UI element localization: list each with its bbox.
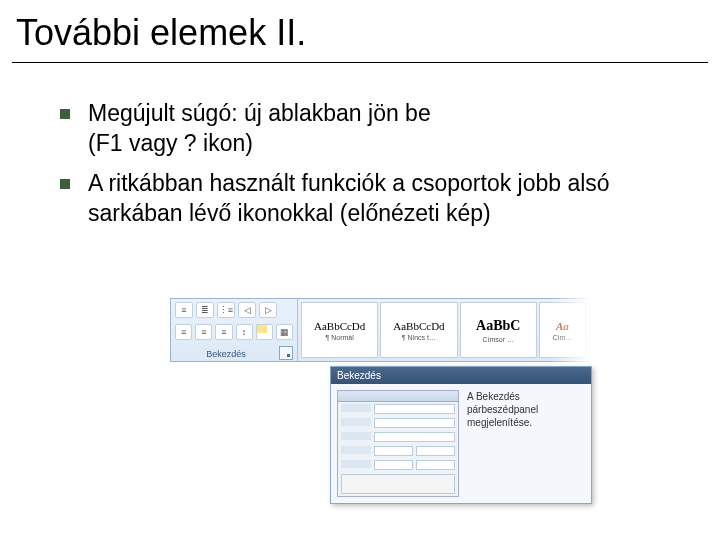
ribbon: ≡ ≣ ⋮≡ ◁ ▷ ≡ ≡ ≡ ↕ ▦ Bekezdés	[170, 298, 590, 362]
group-label: Bekezdés	[175, 349, 277, 359]
increase-indent-button[interactable]: ▷	[259, 302, 277, 318]
square-bullet-icon	[60, 109, 70, 119]
styles-gallery[interactable]: AaBbCcDd ¶ Normál AaBbCcDd ¶ Nincs t… Aa…	[298, 299, 589, 361]
slide-body: Megújult súgó: új ablakban jön be (F1 va…	[0, 63, 720, 229]
bullet-item: A ritkábban használt funkciók a csoporto…	[60, 169, 668, 229]
bullet-text: A ritkábban használt funkciók a csoporto…	[88, 169, 668, 229]
align-right-button[interactable]: ≡	[215, 324, 232, 340]
dialog-preview-thumbnail	[337, 390, 459, 497]
tooltip-preview: Bekezdés A Bekezdés párbeszédpanel megje…	[330, 366, 592, 504]
dialog-launcher-icon[interactable]	[279, 346, 293, 360]
line-spacing-button[interactable]: ↕	[236, 324, 253, 340]
bullet-text: Megújult súgó: új ablakban jön be (F1 va…	[88, 99, 431, 159]
tooltip-title: Bekezdés	[331, 367, 591, 384]
multilevel-button[interactable]: ⋮≡	[217, 302, 235, 318]
align-center-button[interactable]: ≡	[195, 324, 212, 340]
tooltip-description: A Bekezdés párbeszédpanel megjelenítése.	[467, 390, 585, 497]
paragraph-group: ≡ ≣ ⋮≡ ◁ ▷ ≡ ≡ ≡ ↕ ▦ Bekezdés	[171, 299, 298, 361]
bullets-button[interactable]: ≡	[175, 302, 193, 318]
style-item[interactable]: AaBbCcDd ¶ Normál	[301, 302, 378, 358]
square-bullet-icon	[60, 179, 70, 189]
borders-button[interactable]: ▦	[276, 324, 293, 340]
shading-button[interactable]	[256, 324, 273, 340]
bullet-item: Megújult súgó: új ablakban jön be (F1 va…	[60, 99, 668, 159]
ribbon-screenshot: ≡ ≣ ⋮≡ ◁ ▷ ≡ ≡ ≡ ↕ ▦ Bekezdés	[170, 298, 590, 362]
decrease-indent-button[interactable]: ◁	[238, 302, 256, 318]
numbering-button[interactable]: ≣	[196, 302, 214, 318]
align-left-button[interactable]: ≡	[175, 324, 192, 340]
style-item[interactable]: AaBbCcDd ¶ Nincs t…	[380, 302, 457, 358]
style-item[interactable]: AaBbC Címsor …	[460, 302, 537, 358]
slide-title: További elemek II.	[12, 12, 708, 54]
